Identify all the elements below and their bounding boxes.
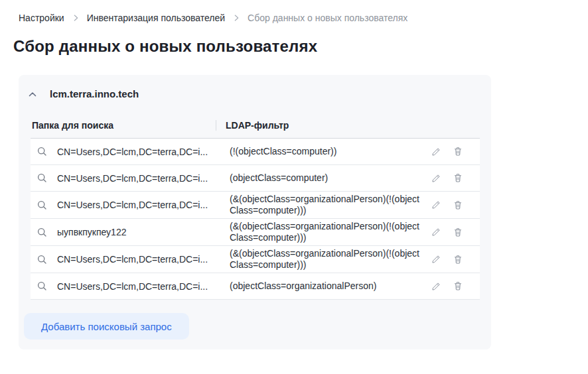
chevron-right-icon	[232, 13, 241, 23]
folder-cell: CN=Users,DC=lcm,DC=terra,DC=i...	[57, 254, 216, 265]
ldap-filter-cell: (&(objectClass=organizationalPerson)(!(o…	[216, 194, 428, 216]
section-header[interactable]: lcm.terra.inno.tech	[19, 88, 491, 99]
column-header-ldap-filter: LDAP-фильтр	[216, 120, 480, 131]
breadcrumb-item-user-inventory[interactable]: Инвентаризация пользователей	[87, 13, 225, 23]
trash-icon[interactable]	[453, 147, 463, 156]
trash-icon[interactable]	[453, 281, 463, 291]
table-row: CN=Users,DC=lcm,DC=terra,DC=i... (!(obje…	[31, 139, 480, 165]
search-query-table: CN=Users,DC=lcm,DC=terra,DC=i... (!(obje…	[31, 138, 480, 300]
section-title: lcm.terra.inno.tech	[50, 88, 139, 99]
search-icon[interactable]	[31, 146, 57, 157]
breadcrumb-item-settings[interactable]: Настройки	[19, 13, 64, 23]
trash-icon[interactable]	[453, 227, 463, 237]
pencil-icon[interactable]	[431, 255, 441, 264]
trash-icon[interactable]	[453, 200, 463, 210]
folder-cell: CN=Users,DC=lcm,DC=terra,DC=i...	[57, 147, 216, 157]
row-actions	[428, 227, 480, 237]
row-actions	[428, 147, 480, 156]
pencil-icon[interactable]	[431, 282, 441, 291]
table-row: CN=Users,DC=lcm,DC=terra,DC=i... (object…	[31, 273, 480, 300]
ldap-filter-cell: (objectClass=computer)	[216, 172, 428, 184]
folder-cell: ыупвкпукпеу122	[57, 227, 216, 237]
add-search-query-button[interactable]: Добавить поисковый запрос	[24, 313, 189, 340]
chevron-up-icon[interactable]	[27, 89, 38, 99]
page-title: Сбор данных о новых пользователях	[13, 37, 588, 56]
folder-cell: CN=Users,DC=lcm,DC=terra,DC=i...	[57, 281, 216, 292]
chevron-right-icon	[71, 13, 80, 23]
host-section-panel: lcm.terra.inno.tech Папка для поиска LDA…	[19, 75, 491, 349]
table-row: CN=Users,DC=lcm,DC=terra,DC=i... (object…	[31, 165, 480, 192]
search-icon[interactable]	[31, 280, 57, 292]
trash-icon[interactable]	[453, 173, 463, 183]
trash-icon[interactable]	[453, 255, 463, 265]
folder-cell: CN=Users,DC=lcm,DC=terra,DC=i...	[57, 173, 216, 184]
column-header-folder: Папка для поиска	[31, 120, 216, 131]
folder-cell: CN=Users,DC=lcm,DC=terra,DC=i...	[57, 200, 216, 210]
row-actions	[428, 281, 480, 291]
ldap-filter-cell: (!(objectClass=computer))	[216, 146, 428, 157]
row-actions	[428, 200, 480, 210]
search-icon[interactable]	[31, 254, 57, 265]
pencil-icon[interactable]	[431, 147, 441, 156]
table-row: CN=Users,DC=lcm,DC=terra,DC=i... (&(obje…	[31, 192, 480, 219]
row-actions	[428, 173, 480, 183]
search-icon[interactable]	[31, 172, 57, 184]
pencil-icon[interactable]	[431, 174, 441, 183]
ldap-filter-cell: (&(objectClass=organizationalPerson)(!(o…	[216, 221, 428, 243]
table-header: Папка для поиска LDAP-фильтр	[31, 120, 480, 138]
search-icon[interactable]	[31, 227, 57, 238]
pencil-icon[interactable]	[431, 227, 441, 237]
breadcrumb: Настройки Инвентаризация пользователей С…	[0, 0, 588, 23]
ldap-filter-cell: (objectClass=organizationalPerson)	[216, 280, 428, 292]
pencil-icon[interactable]	[431, 200, 441, 210]
table-row: ыупвкпукпеу122 (&(objectClass=organizati…	[31, 219, 480, 246]
ldap-filter-cell: (&(objectClass=organizationalPerson)(!(o…	[216, 248, 428, 271]
table-row: CN=Users,DC=lcm,DC=terra,DC=i... (&(obje…	[31, 246, 480, 273]
breadcrumb-item-current: Сбор данных о новых пользователях	[248, 13, 407, 23]
search-icon[interactable]	[31, 200, 57, 211]
row-actions	[428, 255, 480, 265]
